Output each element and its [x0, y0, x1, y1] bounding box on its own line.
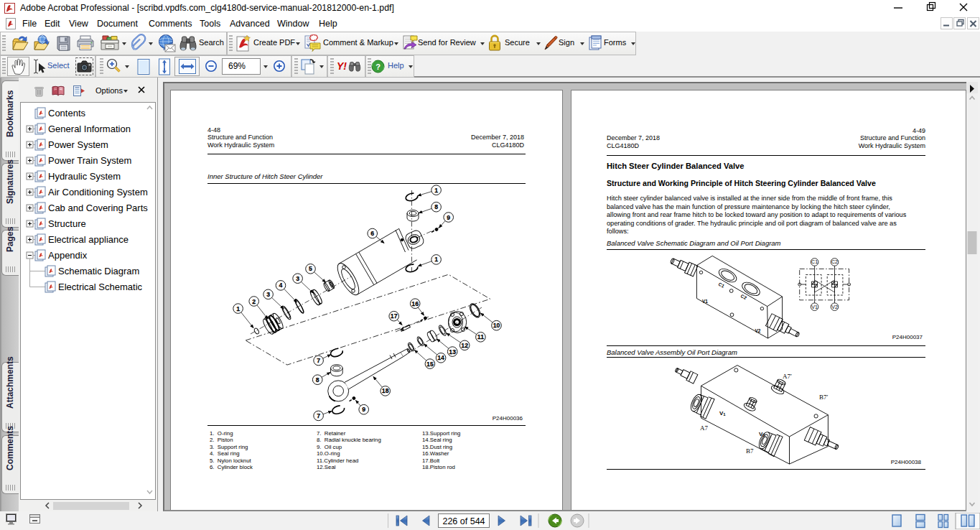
svg-text:3: 3: [296, 275, 299, 282]
svg-text:Contents: Contents: [48, 108, 86, 118]
svg-text:Air Conditioning System: Air Conditioning System: [48, 187, 148, 197]
svg-text:B7: B7: [746, 447, 754, 455]
svg-text:C2: C2: [831, 259, 838, 264]
svg-text:V1: V1: [719, 410, 726, 417]
svg-text:Electrical Schematic: Electrical Schematic: [58, 282, 143, 292]
svg-text:17: 17: [391, 312, 398, 320]
svg-text:A7′: A7′: [783, 373, 792, 380]
svg-text:Cab and Covering Parts: Cab and Covering Parts: [48, 203, 148, 213]
svg-text:4: 4: [279, 282, 283, 289]
svg-text:7: 7: [317, 357, 320, 364]
svg-text:Schematic Diagram: Schematic Diagram: [58, 266, 139, 276]
svg-text:Structure: Structure: [48, 218, 86, 229]
svg-text:8: 8: [316, 376, 319, 383]
svg-text:6: 6: [370, 230, 374, 237]
svg-text:P24H00036: P24H00036: [493, 415, 523, 422]
svg-text:13: 13: [449, 348, 456, 355]
svg-text:18: 18: [382, 387, 389, 394]
svg-text:9: 9: [362, 406, 365, 413]
svg-text:16: 16: [411, 300, 419, 307]
svg-text:V2: V2: [755, 328, 761, 333]
svg-text:Electrical appliance: Electrical appliance: [48, 234, 129, 245]
svg-text:2: 2: [252, 298, 256, 305]
svg-text:V1: V1: [811, 304, 818, 310]
svg-text:7: 7: [317, 412, 320, 419]
svg-text:5: 5: [309, 265, 312, 272]
svg-text:8: 8: [434, 203, 438, 210]
svg-text:?: ?: [375, 62, 381, 71]
svg-text:B7′: B7′: [819, 394, 829, 401]
svg-text:1: 1: [434, 187, 438, 194]
svg-text:10: 10: [493, 322, 500, 329]
svg-text:V2: V2: [831, 304, 838, 310]
svg-text:14: 14: [437, 354, 444, 361]
svg-text:1: 1: [434, 256, 438, 263]
svg-text:1: 1: [236, 305, 240, 312]
svg-text:15: 15: [426, 361, 434, 368]
svg-text:226 of 544: 226 of 544: [442, 516, 485, 526]
svg-text:Appendix: Appendix: [48, 250, 88, 261]
svg-text:Hydraulic System: Hydraulic System: [48, 171, 121, 182]
svg-text:Power System: Power System: [48, 139, 108, 150]
svg-text:V1: V1: [702, 299, 708, 304]
svg-text:V2: V2: [759, 431, 765, 437]
svg-text:11: 11: [477, 333, 484, 340]
svg-text:3: 3: [266, 291, 270, 298]
svg-text:C1: C1: [718, 282, 726, 289]
svg-text:9: 9: [447, 214, 450, 221]
svg-text:12: 12: [461, 342, 468, 349]
svg-text:Power Train System: Power Train System: [48, 155, 131, 166]
svg-text:General Information: General Information: [48, 124, 131, 134]
svg-text:C1: C1: [811, 259, 818, 264]
svg-text:A7: A7: [700, 424, 708, 432]
